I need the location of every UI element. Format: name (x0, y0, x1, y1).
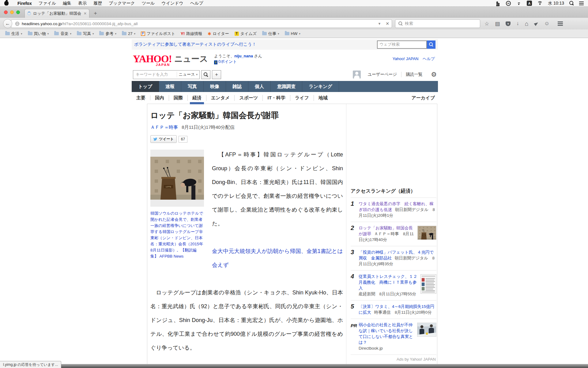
dropbox-icon[interactable] (496, 1, 501, 6)
promo-link[interactable]: ボランティアに参加して著名アーティストのライブへ行こう！ (134, 42, 256, 47)
share-icon[interactable] (534, 21, 539, 26)
menu-bar-clock[interactable]: 水 10:13 (548, 1, 564, 6)
signal-icon[interactable] (516, 1, 522, 5)
bookmark-folder-shashin[interactable]: 写真▾ (75, 31, 96, 36)
bookmark-folder-ongaku[interactable]: 音楽▾ (52, 31, 74, 36)
subnav-entame[interactable]: エンタメ (206, 95, 235, 101)
ranking-item: 5 〔決算〕ワタミ、4～6月期純損失15億円に拡大 時事通信 8月11日(火)2… (351, 301, 436, 319)
user-cluster: ユーザーページ 購読一覧 ⚙ (353, 71, 437, 79)
folder-icon (122, 32, 126, 35)
macos-menu-bar: Firefox ファイル 編集 表示 履歴 ブックマーク ツール ウインドウ ヘ… (0, 0, 588, 7)
wifi-icon[interactable] (537, 1, 543, 5)
back-button[interactable]: ← (3, 19, 12, 28)
yahoo-japan-link[interactable]: Yahoo! JAPAN (393, 56, 419, 61)
stop-loading-icon[interactable]: ✕ (386, 21, 389, 26)
bookmark-filepost[interactable]: Fファイルポスト (139, 31, 177, 36)
help-link[interactable]: ヘルプ (423, 56, 435, 61)
user-page-link[interactable]: ユーザーページ (363, 72, 401, 77)
nav-tab-zasshi[interactable]: 雑誌 (226, 81, 248, 92)
subnav-shuyo[interactable]: 主要 (132, 95, 150, 100)
spotlight-icon[interactable] (569, 1, 574, 6)
bookmark-rosen-joho[interactable]: Y!路線情報 (179, 31, 204, 36)
nav-tab-ishikichosa[interactable]: 意識調査 (271, 81, 302, 92)
bookmark-folder-seikatsu[interactable]: 生活▾ (3, 31, 24, 36)
article-source-link[interactable]: ＡＦＰ＝時事 (150, 125, 178, 130)
nav-tab-sokuho[interactable]: 速報 (159, 81, 181, 92)
archive-link[interactable]: アーカイブ (412, 95, 438, 101)
menu-icon[interactable] (558, 21, 563, 22)
subnav-sports[interactable]: スポーツ (235, 95, 263, 101)
tab-close-icon[interactable]: ✕ (84, 11, 87, 16)
add-keyword-button[interactable]: ＋ (212, 70, 221, 79)
zoom-window-button[interactable] (16, 10, 20, 14)
menu-history[interactable]: 履歴 (90, 1, 105, 6)
bookmark-times[interactable]: Tタイムズ (232, 31, 259, 36)
bookmark-reuters[interactable]: ✱ロイター (205, 31, 231, 36)
apple-menu-icon[interactable] (4, 1, 9, 6)
photo-caption-link[interactable]: 韓国ソウルのロッテホテルで開かれた記者会見で、創業者一族の経営権争いについて謝罪… (150, 210, 204, 259)
ranking-link[interactable]: 従業員ストレスチェック、１２月義務化 商機にＩＴ業界も参入 (359, 274, 417, 290)
sidebar: アクセスランキング（経済） 1 ワタミ過去最悪の赤字 続く客離れ、稼ぎ頭の介護も… (346, 104, 437, 368)
menu-window[interactable]: ウインドウ (158, 1, 187, 6)
ranking-thumbnail[interactable] (420, 274, 436, 294)
status-tooltip: l.yimg.jp の応答を待っています... (0, 361, 61, 368)
username-link[interactable]: niju_nana (234, 54, 253, 58)
gear-icon[interactable]: ⚙ (431, 71, 437, 78)
web-search-button[interactable] (427, 40, 435, 49)
menu-file[interactable]: ファイル (35, 1, 59, 6)
creative-cloud-icon[interactable]: ∞ (506, 1, 511, 6)
news-search-input[interactable]: キーワードを入力 ニュース▾ (133, 70, 200, 79)
nav-tab-kojin[interactable]: 個人 (248, 81, 271, 92)
menu-view[interactable]: 表示 (75, 1, 90, 6)
hello-smiley-icon[interactable]: ☺ (544, 21, 549, 27)
points-link[interactable]: 0ポイント (218, 59, 237, 64)
subnav-chiiki[interactable]: 地域 (314, 95, 332, 101)
pocket-icon[interactable]: v (506, 21, 511, 26)
url-dropdown-icon[interactable]: ▼ (378, 22, 381, 25)
menu-firefox[interactable]: Firefox (14, 1, 35, 6)
tweet-button[interactable]: ツイート (150, 135, 177, 143)
downloads-icon[interactable]: ↓ (516, 21, 519, 27)
browser-tab[interactable]: ロッテ「お家騒動」韓国会... ✕ (24, 9, 89, 18)
menu-edit[interactable]: 編集 (59, 1, 75, 6)
nav-tab-shashin[interactable]: 写真 (181, 81, 204, 92)
news-search-button[interactable] (201, 70, 210, 79)
search-scope-select[interactable]: ニュース▾ (177, 72, 199, 77)
yahoo-news-logo[interactable]: YAHOO! JAPAN ニュース (133, 54, 208, 63)
bookmark-star-icon[interactable]: ☆ (484, 21, 489, 27)
nav-tab-eizo[interactable]: 映像 (204, 81, 226, 92)
bookmark-folder-shigoto[interactable]: 仕事▾ (260, 31, 281, 36)
menu-bookmarks[interactable]: ブックマーク (105, 1, 138, 6)
bookmark-folder-sankou[interactable]: 参考▾ (97, 31, 119, 36)
subnav-kokusai[interactable]: 国際 (169, 95, 188, 101)
subnav-kokunai[interactable]: 国内 (150, 95, 169, 101)
web-search-input[interactable]: ウェブ検索 (377, 40, 427, 49)
subnav-keizai[interactable]: 経済 (188, 95, 206, 101)
home-icon[interactable]: ⌂ (525, 20, 529, 27)
close-window-button[interactable] (4, 10, 8, 14)
input-method-icon[interactable]: A (527, 1, 532, 6)
pr-thumbnail[interactable] (417, 323, 436, 337)
nav-tab-ranking[interactable]: ランキング (302, 81, 339, 92)
article-body: 韓国ソウルのロッテホテルで開かれた記者会見で、創業者一族の経営権争いについて謝罪… (150, 148, 343, 368)
menu-help[interactable]: ヘルプ (187, 1, 207, 6)
nav-tab-top[interactable]: トップ (132, 81, 159, 92)
bookmark-folder-27[interactable]: 27▾ (120, 31, 138, 36)
avatar[interactable] (353, 71, 361, 79)
notification-center-icon[interactable] (579, 2, 584, 2)
subscriptions-link[interactable]: 購読一覧 (401, 72, 427, 77)
subnav-it-kagaku[interactable]: IT・科学 (263, 95, 290, 101)
bookmarks-list-icon[interactable]: ▤ (495, 21, 500, 27)
browser-search-field[interactable]: 検索 (395, 19, 480, 28)
pr-link[interactable]: 弱小会社の社長と社員が不仲な訳｜稼いでいる社長が決して口にしない不都合な真実とは… (359, 323, 413, 345)
bookmark-folder-kaimono[interactable]: 買い物▾ (26, 31, 51, 36)
article-photo[interactable] (150, 150, 204, 207)
subnav-life[interactable]: ライフ (290, 95, 314, 101)
minimize-window-button[interactable] (10, 10, 14, 14)
ranking-thumbnail[interactable] (417, 226, 436, 240)
menu-tools[interactable]: ツール (138, 1, 158, 6)
url-bar[interactable]: headlines.yahoo.co.jp/hl?a=20150811-0000… (11, 19, 392, 28)
pr-label: PR (351, 322, 359, 328)
new-tab-button[interactable]: ＋ (93, 10, 98, 17)
bookmark-folder-hw[interactable]: HW▾ (283, 31, 303, 36)
